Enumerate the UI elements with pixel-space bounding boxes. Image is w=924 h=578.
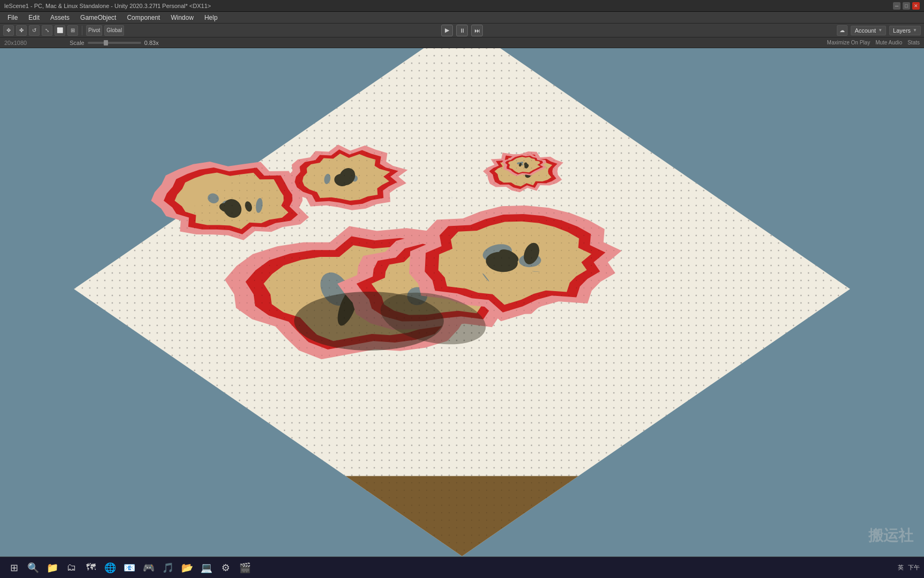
menu-gameobject[interactable]: GameObject bbox=[75, 13, 121, 22]
scene-bar: 20x1080 Scale 0.83x Maximize On Play Mut… bbox=[0, 37, 924, 48]
tool-move[interactable]: ✤ bbox=[16, 25, 27, 36]
layers-dropdown-arrow: ▼ bbox=[913, 28, 917, 33]
collab-icon[interactable]: ☁ bbox=[837, 25, 848, 36]
search-button[interactable]: 🔍 bbox=[24, 558, 43, 577]
music-button[interactable]: 🎵 bbox=[158, 558, 178, 577]
account-button[interactable]: Account ▼ bbox=[851, 26, 886, 35]
tool-transform[interactable]: ⊞ bbox=[67, 25, 78, 36]
step-button[interactable]: ⏭ bbox=[471, 25, 483, 36]
maximize-on-play-option[interactable]: Maximize On Play bbox=[827, 40, 871, 45]
isometric-map-canvas bbox=[0, 48, 924, 562]
menu-file[interactable]: File bbox=[2, 13, 23, 22]
resolution-display: 20x1080 bbox=[4, 40, 27, 46]
vscode-button[interactable]: 💻 bbox=[197, 558, 216, 577]
folder-button[interactable]: 📂 bbox=[178, 558, 197, 577]
menu-bar: File Edit Assets GameObject Component Wi… bbox=[0, 12, 924, 24]
menu-component[interactable]: Component bbox=[121, 13, 165, 22]
scale-slider[interactable] bbox=[88, 42, 141, 44]
close-button[interactable]: ✕ bbox=[912, 2, 920, 10]
email-button[interactable]: 📧 bbox=[120, 558, 139, 577]
tool-hand[interactable]: ✥ bbox=[3, 25, 14, 36]
scale-label: Scale bbox=[70, 40, 84, 46]
account-dropdown-arrow: ▼ bbox=[878, 28, 882, 33]
windows-start-button[interactable]: ⊞ bbox=[4, 558, 24, 577]
taskbar-app3[interactable]: 🗺 bbox=[81, 558, 101, 577]
minimize-button[interactable]: ─ bbox=[893, 2, 900, 10]
account-label: Account bbox=[854, 27, 876, 34]
play-button[interactable]: ▶ bbox=[441, 25, 453, 36]
global-button[interactable]: Global bbox=[104, 25, 124, 36]
window-controls: ─ □ ✕ bbox=[893, 2, 920, 10]
menu-edit[interactable]: Edit bbox=[23, 13, 45, 22]
toolbar-separator-1 bbox=[82, 26, 82, 35]
title-bar: leScene1 - PC, Mac & Linux Standalone - … bbox=[0, 0, 924, 12]
pivot-label: Pivot bbox=[88, 27, 100, 33]
tool-scale[interactable]: ⤡ bbox=[42, 25, 52, 36]
game-button[interactable]: 🎮 bbox=[139, 558, 158, 577]
mute-audio-option[interactable]: Mute Audio bbox=[875, 40, 902, 45]
taskbar-app2[interactable]: 🗂 bbox=[62, 558, 81, 577]
pivot-button[interactable]: Pivot bbox=[86, 25, 102, 36]
scale-value: 0.83x bbox=[144, 40, 159, 46]
toolbar: ✥ ✤ ↺ ⤡ ⬜ ⊞ Pivot Global ▶ ⏸ ⏭ ☁ Account… bbox=[0, 24, 924, 37]
menu-assets[interactable]: Assets bbox=[45, 13, 75, 22]
right-toolbar: ☁ Account ▼ Layers ▼ bbox=[837, 25, 921, 36]
unity-taskbar-button[interactable]: ⚙ bbox=[216, 558, 235, 577]
maximize-button[interactable]: □ bbox=[903, 2, 910, 10]
file-explorer-button[interactable]: 📁 bbox=[43, 558, 62, 577]
window-title: leScene1 - PC, Mac & Linux Standalone - … bbox=[4, 3, 893, 9]
taskbar: ⊞ 🔍 📁 🗂 🗺 🌐 📧 🎮 🎵 📂 💻 ⚙ 🎬 英 下午 bbox=[0, 557, 924, 578]
global-label: Global bbox=[106, 27, 122, 33]
stats-option[interactable]: Stats bbox=[907, 40, 920, 45]
media-button[interactable]: 🎬 bbox=[235, 558, 255, 577]
pause-button[interactable]: ⏸ bbox=[456, 25, 468, 36]
layers-button[interactable]: Layers ▼ bbox=[889, 26, 921, 35]
play-controls: ▶ ⏸ ⏭ bbox=[441, 25, 483, 36]
menu-window[interactable]: Window bbox=[165, 13, 199, 22]
tool-rect[interactable]: ⬜ bbox=[55, 25, 65, 36]
game-view bbox=[0, 48, 924, 562]
language-indicator: 英 bbox=[898, 564, 904, 572]
browser-button[interactable]: 🌐 bbox=[101, 558, 120, 577]
layers-label: Layers bbox=[893, 27, 911, 34]
tool-rotate[interactable]: ↺ bbox=[29, 25, 40, 36]
menu-help[interactable]: Help bbox=[199, 13, 223, 22]
taskbar-time: 下午 bbox=[908, 564, 920, 572]
taskbar-right: 英 下午 bbox=[898, 564, 920, 572]
scene-right-options: Maximize On Play Mute Audio Stats bbox=[827, 40, 920, 45]
